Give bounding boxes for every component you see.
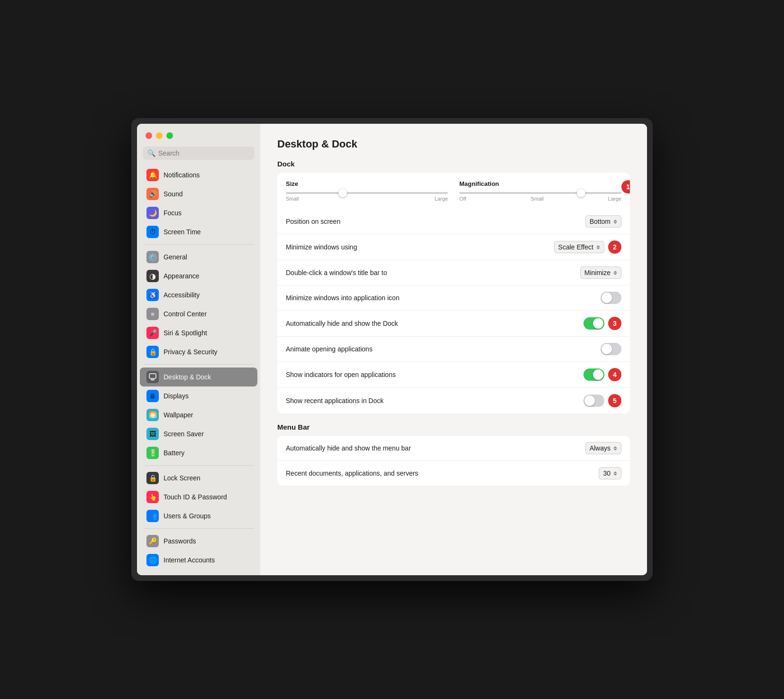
recent-docs-label: Recent documents, applications, and serv…: [286, 469, 418, 477]
sidebar-item-label: Siri & Spotlight: [164, 329, 207, 337]
users-groups-icon: 👥: [146, 510, 159, 522]
recent-docs-select[interactable]: 30: [599, 467, 621, 479]
close-button[interactable]: [146, 132, 152, 139]
sidebar-item-lock-screen[interactable]: 🔒 Lock Screen: [140, 469, 257, 487]
size-slider-track[interactable]: [286, 192, 448, 194]
indicators-toggle[interactable]: [583, 368, 604, 381]
sidebar-item-label: Focus: [164, 209, 182, 217]
search-bar: 🔍: [143, 147, 255, 160]
sliders-row: Size Small Large Magnification: [277, 173, 630, 209]
lock-screen-icon: 🔒: [146, 472, 159, 484]
sidebar: 🔍 🔔 Notifications 🔊 Sound 🌙 Focus ⏱: [137, 124, 260, 575]
sidebar-item-label: Screen Time: [164, 228, 201, 236]
search-input[interactable]: [158, 149, 250, 157]
indicators-row: Show indicators for open applications 4: [277, 362, 630, 388]
desktop-dock-icon: [146, 371, 159, 383]
minimize-select[interactable]: Scale Effect: [554, 241, 604, 253]
badge-3: 3: [608, 317, 621, 330]
auto-hide-menu-select[interactable]: Always: [585, 442, 621, 454]
magnification-slider-labels: Off Small Large: [459, 196, 621, 202]
minimize-icon-toggle[interactable]: [601, 292, 621, 304]
position-label: Position on screen: [286, 218, 340, 225]
sidebar-item-desktop-dock[interactable]: Desktop & Dock: [140, 368, 257, 386]
recent-toggle[interactable]: [583, 395, 604, 407]
sidebar-item-label: Appearance: [164, 272, 200, 280]
recent-docs-row: Recent documents, applications, and serv…: [277, 461, 630, 486]
siri-icon: 🎤: [146, 327, 159, 339]
window: 🔍 🔔 Notifications 🔊 Sound 🌙 Focus ⏱: [137, 124, 647, 575]
double-click-arrows: [613, 271, 617, 275]
toggle-knob: [593, 369, 603, 380]
sidebar-item-control-center[interactable]: ≡ Control Center: [140, 304, 257, 323]
sidebar-item-sound[interactable]: 🔊 Sound: [140, 184, 257, 203]
dock-section-title: Dock: [277, 160, 630, 168]
sidebar-items: 🔔 Notifications 🔊 Sound 🌙 Focus ⏱ Screen…: [137, 166, 260, 575]
sidebar-item-notifications[interactable]: 🔔 Notifications: [140, 166, 257, 184]
divider-4: [144, 528, 254, 529]
sidebar-item-label: Sound: [164, 190, 182, 198]
sidebar-item-appearance[interactable]: ◑ Appearance: [140, 267, 257, 285]
arrow-down-icon: [613, 222, 617, 224]
focus-icon: 🌙: [146, 207, 159, 219]
auto-hide-menu-arrows: [613, 446, 617, 451]
position-select[interactable]: Bottom: [585, 215, 621, 228]
svg-rect-0: [149, 374, 156, 378]
position-value: Bottom: [590, 218, 611, 225]
sidebar-item-label: Users & Groups: [164, 512, 211, 520]
mag-off-label: Off: [459, 196, 466, 202]
sidebar-item-touch-id[interactable]: 👆 Touch ID & Password: [140, 487, 257, 506]
maximize-button[interactable]: [166, 132, 173, 139]
arrow-up-icon: [613, 271, 617, 273]
sound-icon: 🔊: [146, 188, 159, 200]
sidebar-item-general[interactable]: ⚙️ General: [140, 248, 257, 267]
double-click-select[interactable]: Minimize: [580, 267, 621, 279]
divider-3: [144, 465, 254, 466]
minimize-arrows: [596, 245, 600, 249]
size-slider-group: Size Small Large: [286, 180, 448, 202]
double-click-value: Minimize: [584, 269, 611, 276]
displays-icon: 🖥: [146, 390, 159, 402]
divider-2: [144, 364, 254, 365]
position-arrows: [613, 220, 617, 224]
sidebar-item-label: Lock Screen: [164, 474, 201, 482]
sidebar-item-siri[interactable]: 🎤 Siri & Spotlight: [140, 323, 257, 342]
sidebar-item-internet-accounts[interactable]: 🌐 Internet Accounts: [140, 551, 257, 570]
sidebar-item-wallpaper[interactable]: 🌅 Wallpaper: [140, 405, 257, 424]
window-wrapper: 🔍 🔔 Notifications 🔊 Sound 🌙 Focus ⏱: [131, 118, 653, 581]
privacy-icon: 🔒: [146, 346, 159, 358]
minimize-label: Minimize windows using: [286, 243, 357, 251]
badge-4: 4: [608, 368, 621, 381]
position-row: Position on screen Bottom: [277, 209, 630, 234]
minimize-row: Minimize windows using Scale Effect 2: [277, 234, 630, 260]
auto-hide-label: Automatically hide and show the Dock: [286, 320, 398, 327]
sidebar-item-users-groups[interactable]: 👥 Users & Groups: [140, 506, 257, 525]
auto-hide-toggle[interactable]: [583, 317, 604, 330]
sidebar-item-displays[interactable]: 🖥 Displays: [140, 386, 257, 405]
sidebar-item-focus[interactable]: 🌙 Focus: [140, 203, 257, 222]
sidebar-item-privacy[interactable]: 🔒 Privacy & Security: [140, 342, 257, 361]
sidebar-item-accessibility[interactable]: ♿ Accessibility: [140, 285, 257, 304]
appearance-icon: ◑: [146, 270, 159, 282]
passwords-icon: 🔑: [146, 535, 159, 547]
size-slider-thumb[interactable]: [338, 189, 347, 197]
sidebar-item-label: Displays: [164, 392, 189, 400]
arrow-down-icon: [613, 273, 617, 275]
mag-large-label: Large: [608, 196, 621, 202]
sidebar-item-screen-time[interactable]: ⏱ Screen Time: [140, 222, 257, 241]
magnification-slider-track[interactable]: [459, 192, 621, 194]
sidebar-item-screen-saver[interactable]: 🖼 Screen Saver: [140, 424, 257, 443]
general-icon: ⚙️: [146, 251, 159, 263]
animate-toggle[interactable]: [601, 343, 621, 355]
divider-1: [144, 244, 254, 245]
arrow-up-icon: [596, 245, 600, 247]
badge-2: 2: [608, 240, 621, 254]
wallpaper-icon: 🌅: [146, 409, 159, 421]
sidebar-item-battery[interactable]: 🔋 Battery: [140, 443, 257, 462]
double-click-row: Double-click a window's title bar to Min…: [277, 260, 630, 285]
size-small-label: Small: [286, 196, 299, 202]
magnification-slider-thumb[interactable]: [577, 189, 585, 197]
sidebar-item-passwords[interactable]: 🔑 Passwords: [140, 532, 257, 551]
minimize-button[interactable]: [156, 132, 163, 139]
badge-5: 5: [608, 394, 621, 407]
minimize-icon-label: Minimize windows into application icon: [286, 294, 400, 302]
